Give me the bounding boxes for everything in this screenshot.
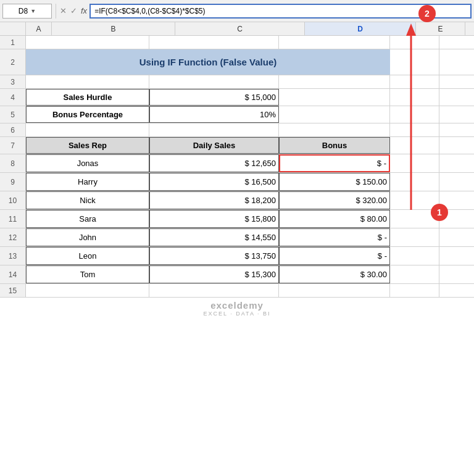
cell-e4[interactable] [390,89,439,106]
cell-d9[interactable]: $ 150.00 [279,173,390,191]
row-13: 13 Leon $ 13,750 $ - [0,247,474,265]
cell-reference-box[interactable]: D8 ▼ [2,4,52,19]
cell-b1[interactable] [149,36,279,49]
col-header-c[interactable]: C [175,22,305,35]
formula-text: =IF(C8<$C$4,0,(C8-$C$4)*$C$5) [94,7,205,15]
row-num-11: 11 [0,210,26,228]
cell-e5[interactable] [390,106,439,123]
cell-c1[interactable] [279,36,390,49]
row-7: 7 Sales Rep Daily Sales Bonus [0,137,474,154]
formula-input[interactable]: =IF(C8<$C$4,0,(C8-$C$4)*$C$5) [89,4,472,19]
row-1: 1 [0,36,474,49]
cell-c14[interactable]: $ 15,300 [149,265,279,283]
cell-c7-header[interactable]: Daily Sales [149,137,279,154]
sheet-title: Using IF Function (False Value) [26,49,390,75]
cell-e2[interactable] [390,49,439,75]
cell-b10[interactable]: Nick [26,191,149,209]
cell-c11[interactable]: $ 15,800 [149,210,279,228]
cell-e3[interactable] [390,75,439,88]
formula-icons: ✕ ✓ fx [60,6,87,15]
cell-c12[interactable]: $ 14,550 [149,228,279,246]
cell-d14[interactable]: $ 30.00 [279,265,390,283]
cell-e12[interactable] [390,228,439,246]
cell-c5[interactable]: 10% [149,106,279,123]
cell-d4[interactable] [279,89,390,106]
cell-d13[interactable]: $ - [279,247,390,265]
col-header-a[interactable]: A [26,22,52,35]
row-num-14: 14 [0,265,26,283]
formula-bar: D8 ▼ ✕ ✓ fx =IF(C8<$C$4,0,(C8-$C$4)*$C$5… [0,0,474,22]
cell-c10[interactable]: $ 18,200 [149,191,279,209]
cell-b9[interactable]: Harry [26,173,149,191]
cell-b7-header[interactable]: Sales Rep [26,137,149,154]
cell-e8[interactable] [390,154,439,172]
row-num-13: 13 [0,247,26,265]
row-15: 15 [0,284,474,298]
fx-icon[interactable]: fx [81,6,87,15]
cell-d10[interactable]: $ 320.00 [279,191,390,209]
cell-d8[interactable]: $ - [279,154,390,172]
cell-b4[interactable]: Sales Hurdle [26,89,149,106]
cell-b5[interactable]: Bonus Percentage [26,106,149,123]
cell-d1[interactable] [390,36,439,49]
col-header-e[interactable]: E [416,22,465,35]
cell-d6[interactable] [279,123,390,136]
cell-c3[interactable] [149,75,279,88]
cell-d7-header[interactable]: Bonus [279,137,390,154]
row-num-corner [0,22,26,35]
cell-e7[interactable] [390,137,439,154]
row-4: 4 Sales Hurdle $ 15,000 [0,89,474,106]
badge-2: 2 [418,5,436,22]
cancel-icon[interactable]: ✕ [60,6,67,15]
cell-b6[interactable] [26,123,149,136]
row-num-4: 4 [0,89,26,106]
cell-b11[interactable]: Sara [26,210,149,228]
row-9: 9 Harry $ 16,500 $ 150.00 [0,173,474,191]
cell-d5[interactable] [279,106,390,123]
cell-e15[interactable] [390,284,439,297]
row-3: 3 [0,75,474,89]
cell-b8[interactable]: Jonas [26,154,149,172]
row-num-1: 1 [0,36,26,49]
watermark-logo: exceldemy [210,300,264,311]
cell-b3[interactable] [26,75,149,88]
row-11: 11 Sara $ 15,800 $ 80.00 [0,210,474,228]
row-2: 2 Using IF Function (False Value) [0,49,474,75]
cell-e13[interactable] [390,247,439,265]
confirm-icon[interactable]: ✓ [70,6,77,15]
cell-b14[interactable]: Tom [26,265,149,283]
cell-d12[interactable]: $ - [279,228,390,246]
cell-c9[interactable]: $ 16,500 [149,173,279,191]
sheet-body: 1 2 Using IF Function (False Value) 3 4 … [0,36,474,298]
row-num-5: 5 [0,106,26,123]
cell-e6[interactable] [390,123,439,136]
row-10: 10 Nick $ 18,200 $ 320.00 [0,191,474,210]
row-num-8: 8 [0,154,26,172]
row-5: 5 Bonus Percentage 10% [0,106,474,123]
row-12: 12 John $ 14,550 $ - [0,228,474,247]
row-num-6: 6 [0,123,26,136]
cell-e9[interactable] [390,173,439,191]
col-header-d[interactable]: D [305,22,416,35]
cell-c13[interactable]: $ 13,750 [149,247,279,265]
watermark: exceldemy EXCEL · DATA · BI [0,298,474,318]
cell-b12[interactable]: John [26,228,149,246]
cell-d3[interactable] [279,75,390,88]
cell-d15[interactable] [279,284,390,297]
cell-c4[interactable]: $ 15,000 [149,89,279,106]
cell-c15[interactable] [149,284,279,297]
cell-d11[interactable]: $ 80.00 [279,210,390,228]
divider-1 [56,4,56,19]
row-8: 8 Jonas $ 12,650 $ - [0,154,474,173]
cell-c6[interactable] [149,123,279,136]
cell-a1[interactable] [26,36,149,49]
row-6: 6 [0,123,474,137]
col-header-b[interactable]: B [52,22,175,35]
watermark-sub: EXCEL · DATA · BI [204,311,271,317]
cell-b15[interactable] [26,284,149,297]
cell-e14[interactable] [390,265,439,283]
cell-c8[interactable]: $ 12,650 [149,154,279,172]
cell-ref-dropdown[interactable]: ▼ [30,8,36,14]
cell-b13[interactable]: Leon [26,247,149,265]
row-14: 14 Tom $ 15,300 $ 30.00 [0,265,474,284]
